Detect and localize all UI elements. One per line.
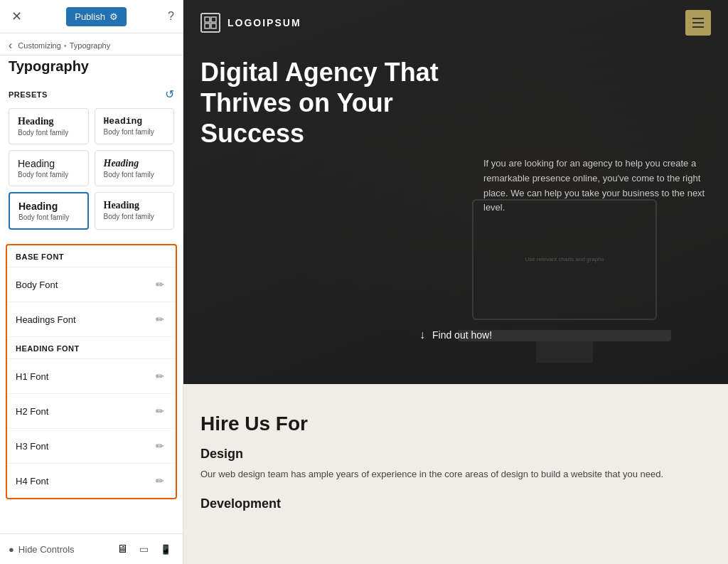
font-section: BASE FONT Body Font ✏ Headings Font ✏ HE… [6,244,177,499]
content-section: Hire Us For Design Our web design team h… [183,384,728,540]
preset-card-6[interactable]: Heading Body font family [95,192,175,230]
preset-body: Body font family [104,128,166,136]
gear-icon: ⚙ [109,11,118,22]
svg-rect-0 [205,17,210,22]
h3-font-label: H3 Font [16,441,48,452]
hero-section: Use relevant charts and graphs LOGOIPSUM [183,0,728,384]
headings-font-row[interactable]: Headings Font ✏ [7,302,176,337]
help-button[interactable]: ? [168,10,174,23]
h2-font-row[interactable]: H2 Font ✏ [7,394,176,429]
right-preview: Use relevant charts and graphs LOGOIPSUM [183,0,728,564]
design-title: Design [200,447,711,462]
h1-font-label: H1 Font [16,371,48,382]
edit-icon: ✏ [156,314,164,325]
logo-icon [200,13,220,33]
hamburger-line-2 [692,22,704,23]
hero-cta[interactable]: ↓ Find out how! [419,329,492,341]
desktop-device-button[interactable]: 🖥 [114,541,131,557]
reset-button[interactable]: ↺ [165,87,174,101]
body-font-label: Body Font [16,280,58,290]
preset-heading: Heading [104,116,166,127]
preset-body: Body font family [104,171,166,179]
logo-svg [204,16,217,29]
preset-heading: Heading [18,201,79,212]
back-button[interactable]: ‹ [9,39,12,52]
preset-card-2[interactable]: Heading Body font family [95,108,175,144]
preset-heading: Heading [104,200,166,211]
hero-content: Digital Agency That Thrives on Your Succ… [200,57,444,161]
bottom-bar: ● Hide Controls 🖥 ▭ 📱 [0,533,183,564]
svg-rect-1 [211,17,216,22]
close-button[interactable]: ✕ [9,6,25,27]
h2-font-edit-button[interactable]: ✏ [153,404,167,418]
preset-heading: Heading [104,158,166,169]
h1-font-row[interactable]: H1 Font ✏ [7,359,176,394]
preset-body: Body font family [18,171,80,179]
preview-nav: LOGOIPSUM [183,0,728,46]
edit-icon: ✏ [156,279,164,290]
preset-card-4[interactable]: Heading Body font family [95,150,175,186]
presets-label: Presets [9,90,48,99]
h4-font-label: H4 Font [16,476,48,486]
h3-font-row[interactable]: H3 Font ✏ [7,429,176,464]
hide-controls-button[interactable]: ● Hide Controls [9,544,75,555]
hamburger-button[interactable] [685,10,711,36]
edit-icon: ✏ [156,405,164,417]
h2-font-label: H2 Font [16,406,48,417]
headings-font-label: Headings Font [16,314,76,325]
design-desc: Our web design team has ample years of e… [200,467,711,482]
headings-font-edit-button[interactable]: ✏ [153,312,167,326]
laptop-screen-content: Use relevant charts and graphs [518,248,611,272]
eye-icon: ● [9,544,14,555]
preset-body: Body font family [18,213,79,221]
page-title: Typography [0,55,183,80]
preset-card-1[interactable]: Heading Body font family [9,108,89,144]
preset-body: Body font family [18,129,80,137]
breadcrumb-bar: ‹ Customizing • Typography [0,33,183,55]
hamburger-line-1 [692,18,704,19]
laptop-screen: Use relevant charts and graphs [472,199,657,320]
presets-grid: Heading Body font family Heading Body fo… [0,105,183,238]
top-bar: ✕ Publish ⚙ ? [0,0,183,33]
svg-rect-3 [211,23,216,28]
mobile-device-button[interactable]: 📱 [157,541,174,557]
tablet-icon: ▭ [139,543,149,555]
hire-title: Hire Us For [200,413,711,435]
h1-font-edit-button[interactable]: ✏ [153,369,167,383]
panel-content: Presets ↺ Heading Body font family Headi… [0,80,183,533]
cta-arrow-icon: ↓ [419,329,425,341]
desktop-icon: 🖥 [117,543,128,555]
dev-title: Development [200,496,711,511]
hero-title: Digital Agency That Thrives on Your Succ… [200,57,444,149]
heading-font-title: HEADING FONT [7,337,176,359]
device-buttons: 🖥 ▭ 📱 [114,541,174,557]
preset-card-3[interactable]: Heading Body font family [9,150,89,186]
body-font-edit-button[interactable]: ✏ [153,277,167,292]
h4-font-edit-button[interactable]: ✏ [153,474,167,488]
laptop-stand [536,341,593,363]
base-font-title: BASE FONT [7,245,176,267]
presets-header: Presets ↺ [0,80,183,105]
publish-button[interactable]: Publish ⚙ [66,7,127,26]
h3-font-edit-button[interactable]: ✏ [153,439,167,453]
preset-heading: Heading [18,116,80,127]
preset-body: Body font family [104,213,166,220]
hamburger-line-3 [692,26,704,28]
h4-font-row[interactable]: H4 Font ✏ [7,464,176,498]
cta-label: Find out how! [432,329,492,341]
hero-body-text: If you are looking for an agency to help… [483,156,711,216]
edit-icon: ✏ [156,371,164,382]
svg-rect-2 [205,23,210,28]
preset-card-5[interactable]: Heading Body font family [9,192,89,230]
logo-text: LOGOIPSUM [228,17,301,28]
tablet-device-button[interactable]: ▭ [136,541,151,557]
preset-heading: Heading [18,158,80,169]
left-panel: ✕ Publish ⚙ ? ‹ Customizing • Typography… [0,0,183,564]
edit-icon: ✏ [156,440,164,452]
breadcrumb: Customizing • Typography [18,41,110,50]
logo-area: LOGOIPSUM [200,13,301,33]
edit-icon: ✏ [156,475,164,486]
body-font-row[interactable]: Body Font ✏ [7,267,176,302]
mobile-icon: 📱 [160,544,171,555]
